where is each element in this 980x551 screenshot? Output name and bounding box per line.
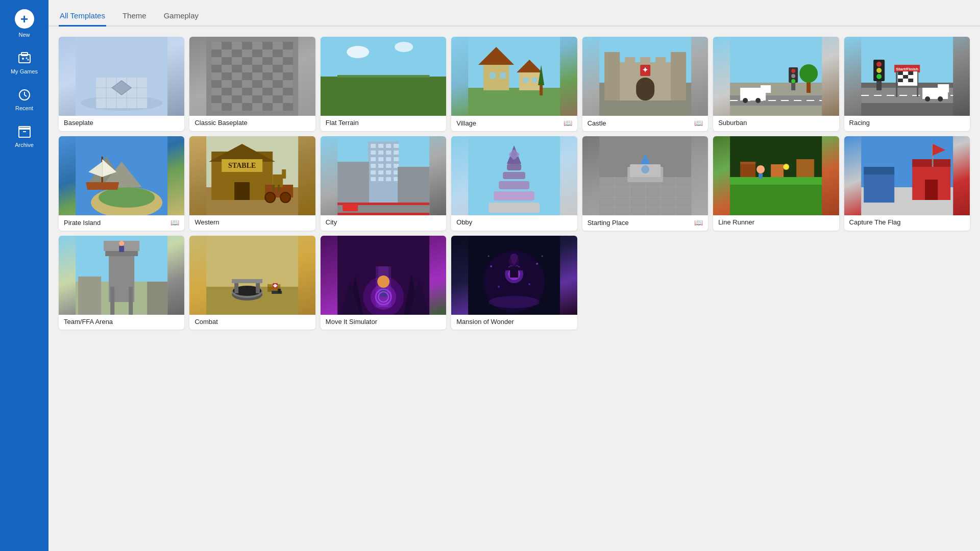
template-city[interactable]: City	[321, 136, 446, 231]
template-combat[interactable]: Combat	[189, 236, 315, 330]
svg-rect-170	[378, 157, 383, 161]
template-village[interactable]: Village 📖	[451, 37, 577, 131]
svg-rect-281	[504, 267, 511, 270]
svg-rect-119	[898, 75, 903, 79]
svg-rect-256	[278, 289, 281, 293]
line-runner-label: Line Runner	[713, 215, 839, 230]
svg-rect-183	[386, 177, 391, 181]
template-team-ffa-arena[interactable]: Team/FFA Arena	[59, 236, 184, 330]
tab-theme[interactable]: Theme	[121, 6, 148, 27]
template-obby[interactable]: Obby	[451, 136, 577, 231]
sidebar-item-my-games[interactable]: My Games	[0, 45, 48, 80]
capture-the-flag-label: Capture The Flag	[844, 215, 970, 230]
svg-rect-219	[771, 164, 783, 177]
template-baseplate[interactable]: Baseplate	[59, 37, 184, 131]
svg-rect-243	[78, 277, 101, 315]
svg-rect-163	[386, 144, 391, 148]
template-suburban[interactable]: Suburban	[713, 37, 839, 131]
svg-rect-193	[494, 191, 534, 201]
svg-rect-33	[212, 57, 222, 65]
obby-label: Obby	[451, 215, 577, 230]
svg-rect-52	[273, 88, 283, 95]
svg-rect-65	[337, 75, 429, 78]
svg-rect-86	[604, 52, 620, 101]
svg-point-98	[755, 98, 761, 103]
template-pirate-island[interactable]: Pirate Island 📖	[59, 136, 184, 231]
svg-rect-169	[371, 157, 376, 161]
svg-rect-174	[378, 164, 383, 168]
svg-point-133	[938, 96, 943, 102]
archive-label: Archive	[15, 142, 34, 148]
svg-point-241	[119, 241, 124, 246]
svg-rect-27	[253, 42, 263, 49]
svg-rect-49	[212, 88, 222, 95]
template-grid: Baseplate	[48, 27, 980, 551]
template-western[interactable]: STABLE Western	[189, 136, 315, 231]
svg-rect-87	[671, 52, 686, 101]
svg-rect-57	[212, 103, 222, 111]
svg-rect-220	[796, 159, 814, 177]
template-classic-baseplate[interactable]: Classic Baseplate	[189, 37, 315, 131]
template-capture-the-flag[interactable]: Capture The Flag	[844, 136, 970, 231]
svg-rect-165	[371, 151, 376, 155]
template-flat-terrain[interactable]: Flat Terrain	[321, 37, 446, 131]
svg-rect-195	[503, 172, 525, 179]
castle-book-icon: 📖	[694, 119, 703, 127]
recent-label: Recent	[15, 105, 33, 111]
svg-point-286	[498, 286, 500, 288]
svg-rect-38	[242, 65, 253, 72]
svg-rect-45	[222, 80, 232, 88]
svg-rect-56	[283, 95, 293, 103]
sidebar-item-archive[interactable]: Archive	[0, 118, 48, 153]
svg-rect-192	[488, 203, 540, 213]
svg-rect-44	[273, 72, 283, 80]
svg-rect-167	[386, 151, 391, 155]
svg-rect-28	[273, 42, 283, 49]
svg-rect-35	[253, 57, 263, 65]
sidebar: + New My Games Recent	[0, 0, 48, 551]
svg-rect-40	[283, 65, 293, 72]
svg-rect-259	[274, 285, 278, 286]
tabs-bar: All Templates Theme Gameplay	[48, 0, 980, 27]
svg-rect-116	[898, 71, 903, 75]
svg-rect-113	[896, 71, 897, 97]
svg-point-153	[265, 192, 276, 203]
svg-rect-244	[147, 282, 167, 315]
svg-rect-32	[283, 49, 293, 57]
castle-label: Castle 📖	[582, 116, 708, 131]
svg-rect-61	[337, 37, 429, 78]
my-games-label: My Games	[11, 68, 38, 74]
svg-rect-54	[242, 95, 253, 103]
new-icon: +	[15, 9, 34, 29]
template-mansion-of-wonder[interactable]: Mansion of Wonder	[451, 236, 577, 330]
new-button[interactable]: + New	[0, 4, 48, 43]
svg-point-199	[511, 149, 517, 160]
template-line-runner[interactable]: Line Runner	[713, 136, 839, 231]
svg-rect-240	[129, 287, 133, 315]
svg-rect-43	[253, 72, 263, 80]
svg-rect-73	[500, 72, 506, 79]
new-label: New	[18, 32, 30, 38]
svg-rect-30	[242, 49, 253, 57]
svg-rect-118	[908, 71, 913, 75]
tab-gameplay[interactable]: Gameplay	[163, 6, 200, 27]
svg-point-127	[876, 62, 881, 67]
svg-rect-175	[386, 164, 391, 168]
svg-rect-218	[740, 162, 755, 164]
template-move-it-simulator[interactable]: Move It Simulator	[321, 236, 446, 330]
svg-rect-171	[386, 157, 391, 161]
svg-point-129	[876, 74, 881, 79]
template-castle[interactable]: ✦ Castle 📖	[582, 37, 708, 131]
city-label: City	[321, 215, 446, 230]
svg-rect-50	[232, 88, 242, 95]
svg-rect-67	[468, 88, 560, 116]
tab-all-templates[interactable]: All Templates	[59, 6, 106, 27]
western-label: Western	[189, 215, 315, 230]
svg-rect-181	[371, 177, 376, 181]
svg-point-128	[876, 68, 881, 73]
svg-point-283	[488, 296, 540, 308]
template-racing[interactable]: Start/Finish	[844, 37, 970, 131]
template-starting-place[interactable]: Starting Place 📖	[582, 136, 708, 231]
svg-point-105	[799, 64, 818, 83]
sidebar-item-recent[interactable]: Recent	[0, 82, 48, 116]
